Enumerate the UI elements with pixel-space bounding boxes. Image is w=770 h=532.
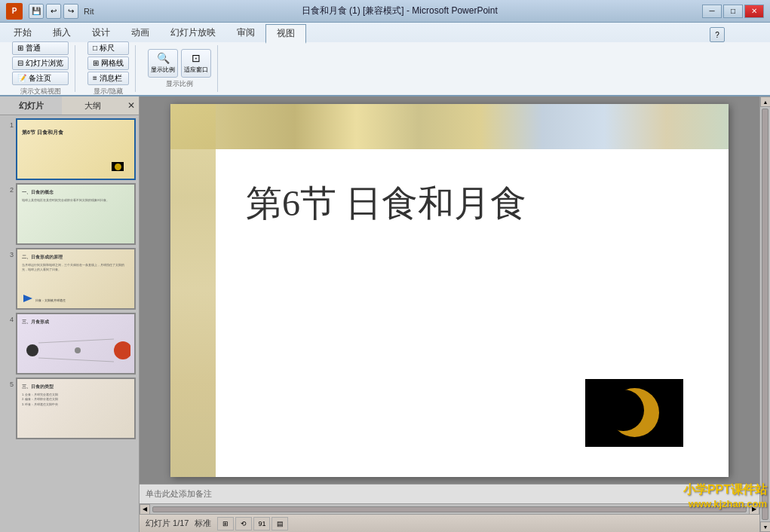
- ribbon-content: ⊞ 普通 ⊟ 幻灯片浏览 📝 备注页 演示文稿视图 □ 标尺: [0, 42, 770, 95]
- title-bar-left: P 💾 ↩ ↪ Rit: [6, 2, 97, 20]
- slide-panel: 幻灯片 大纲 ✕ 1 第6节 日食和月食 2: [0, 96, 140, 532]
- thumb1-moon-shape: [115, 164, 121, 170]
- slide-thumbnail-1[interactable]: 第6节 日食和月食: [16, 118, 136, 180]
- close-button[interactable]: ✕: [744, 5, 764, 18]
- slide-thumb-wrapper-4: 4 三、月食形成: [3, 313, 136, 375]
- slide-canvas: 第6节 日食和月食: [140, 96, 759, 484]
- window-controls: ─ □ ✕: [702, 5, 764, 18]
- minimize-button[interactable]: ─: [702, 5, 722, 18]
- tab-slideshow[interactable]: 幻灯片放映: [160, 23, 226, 42]
- maximize-button[interactable]: □: [723, 5, 743, 18]
- slide-number-2: 2: [3, 183, 14, 194]
- status-icon-2[interactable]: ⟲: [235, 517, 252, 530]
- group-label-show: 显示/隐藏: [94, 87, 123, 96]
- normal-view-button[interactable]: ⊞ 普通: [12, 41, 69, 55]
- fit-window-button[interactable]: ⊡ 适应窗口: [181, 49, 211, 78]
- thumb1-eclipse-icon: [112, 162, 124, 171]
- slide-count-status: 幻灯片 1/17: [146, 518, 189, 529]
- slide-thumb-wrapper-2: 2 一、日食的概念 地球上某些地区在某些时刻完全或部分看不到太阳的现象叫日食。: [3, 183, 136, 245]
- undo-button[interactable]: ↩: [46, 4, 61, 19]
- ruler-button[interactable]: □ 标尺: [87, 41, 129, 55]
- slide-thumbnail-5[interactable]: 三、日食的类型 1. 全食：月球完全遮住太阳 2. 偏食：月球部分遮住太阳 3.…: [16, 378, 136, 439]
- quick-access-toolbar: 💾 ↩ ↪ Rit: [26, 2, 97, 20]
- status-icon-4[interactable]: ▤: [271, 517, 288, 530]
- svg-line-3: [38, 358, 114, 362]
- scroll-left-button[interactable]: ◀: [140, 504, 150, 515]
- tab-view[interactable]: 视图: [265, 24, 306, 44]
- slide-main[interactable]: 第6节 日食和月食: [170, 104, 729, 477]
- group-label-zoom: 显示比例: [166, 79, 193, 89]
- thumb5-title-text: 三、日食的类型: [22, 384, 54, 390]
- window-title: 日食和月食 (1) [兼容模式] - Microsoft PowerPoint: [302, 5, 498, 17]
- scroll-right-button[interactable]: ▶: [749, 504, 759, 515]
- slide-thumb-wrapper-5: 5 三、日食的类型 1. 全食：月球完全遮住太阳 2. 偏食：月球部分遮住太阳 …: [3, 378, 136, 439]
- scroll-up-button[interactable]: ▲: [760, 96, 770, 107]
- ribbon-buttons-row: ⊞ 普通 ⊟ 幻灯片浏览 📝 备注页: [12, 41, 69, 85]
- slide-number-5: 5: [3, 378, 14, 388]
- slide-title[interactable]: 第6节 日食和月食: [246, 179, 526, 228]
- tab-design[interactable]: 设计: [81, 23, 121, 42]
- slide-thumbnail-3[interactable]: 二、日食形成的原理 当月球运行到太阳和地球之间，三个天体恰在一条直线上，月球挡住…: [16, 248, 136, 310]
- slide-border-top: [170, 104, 729, 149]
- notes-page-button[interactable]: 📝 备注页: [12, 72, 69, 85]
- slide-thumb-wrapper-1: 1 第6节 日食和月食: [3, 118, 136, 180]
- panel-close-button[interactable]: ✕: [124, 96, 139, 115]
- tab-home[interactable]: 开始: [3, 23, 42, 42]
- title-bar: P 💾 ↩ ↪ Rit 日食和月食 (1) [兼容模式] - Microsoft…: [0, 0, 770, 23]
- redo-button[interactable]: ↪: [63, 4, 78, 19]
- slide-thumbnail-2[interactable]: 一、日食的概念 地球上某些地区在某些时刻完全或部分看不到太阳的现象叫日食。: [16, 183, 136, 245]
- notes-bar[interactable]: 单击此处添加备注: [140, 484, 759, 503]
- tab-outline[interactable]: 大纲: [62, 96, 124, 115]
- canvas-with-scroll: 第6节 日食和月食 单击此处添加备: [140, 96, 770, 532]
- ribbon-group-zoom: 🔍 显示比例 ⊡ 适应窗口 显示比例: [142, 45, 218, 92]
- eclipse-image-box: [585, 379, 683, 447]
- status-bar: 幻灯片 1/17 标准 ⊞ ⟲ 91 ▤: [140, 514, 759, 532]
- main-area: 幻灯片 大纲 ✕ 1 第6节 日食和月食 2: [0, 96, 770, 532]
- zoom-button[interactable]: 🔍 显示比例: [148, 49, 178, 78]
- normal-icon: ⊞: [17, 44, 23, 52]
- slide-thumb-wrapper-3: 3 二、日食形成的原理 当月球运行到太阳和地球之间，三个天体恰在一条直线上，月球…: [3, 248, 136, 310]
- ribbon-tabs: 开始 插入 设计 动画 幻灯片放映 审阅 视图 ?: [0, 23, 770, 42]
- svg-point-0: [26, 344, 38, 356]
- slides-list[interactable]: 1 第6节 日食和月食 2 一、日食的概念 地球上某些地区在某些时刻完全或部分看…: [0, 115, 139, 532]
- canvas-area: 第6节 日食和月食 单击此处添加备: [140, 96, 770, 532]
- canvas-inner: 第6节 日食和月食 单击此处添加备: [140, 96, 759, 532]
- ribbon-group-slides: ⊞ 普通 ⊟ 幻灯片浏览 📝 备注页 演示文稿视图: [6, 45, 75, 92]
- status-icon-3[interactable]: 91: [253, 517, 270, 530]
- panel-tabs: 幻灯片 大纲 ✕: [0, 96, 139, 115]
- notes-icon: 📝: [17, 74, 26, 82]
- thumb4-diagram-svg: [25, 335, 130, 365]
- slide-number-4: 4: [3, 313, 14, 323]
- vertical-scroll-thumb[interactable]: [762, 109, 768, 520]
- vertical-scrollbar[interactable]: ▲ ▼: [759, 96, 770, 532]
- ribbon-help-button[interactable]: ?: [710, 27, 725, 42]
- slide-number-1: 1: [3, 118, 14, 129]
- gridlines-button[interactable]: ⊞ 网格线: [87, 57, 129, 70]
- message-bar-button[interactable]: ≡ 消息栏: [87, 72, 129, 85]
- status-left: 幻灯片 1/17 标准 ⊞ ⟲ 91 ▤: [146, 517, 288, 530]
- thumb4-title-text: 三、月食形成: [22, 319, 49, 326]
- tab-animation[interactable]: 动画: [121, 23, 160, 42]
- tab-insert[interactable]: 插入: [42, 23, 81, 42]
- fit-icon: ⊡: [192, 52, 201, 64]
- scroll-down-button[interactable]: ▼: [760, 521, 770, 532]
- svg-point-1: [114, 341, 130, 359]
- tab-review[interactable]: 审阅: [226, 23, 265, 42]
- thumb1-title-text: 第6节 日食和月食: [22, 129, 63, 136]
- thumb5-body-text: 1. 全食：月球完全遮住太阳 2. 偏食：月球部分遮住太阳 3. 环食：月球遮住…: [22, 393, 130, 407]
- horizontal-scroll-thumb[interactable]: [152, 506, 747, 512]
- sorter-icon: ⊟: [17, 59, 23, 67]
- status-icon-1[interactable]: ⊞: [217, 517, 234, 530]
- slide-wrapper: 第6节 日食和月食: [170, 104, 729, 477]
- horizontal-scrollbar[interactable]: ◀ ▶: [140, 503, 759, 514]
- notes-placeholder: 单击此处添加备注: [146, 488, 212, 500]
- slide-thumbnail-4[interactable]: 三、月食形成: [16, 313, 136, 375]
- svg-point-4: [75, 347, 81, 353]
- ribbon: 开始 插入 设计 动画 幻灯片放映 审阅 视图 ? ⊞ 普通 ⊟ 幻灯片浏览 📝…: [0, 23, 770, 96]
- save-button[interactable]: 💾: [29, 4, 44, 19]
- slide-sorter-button[interactable]: ⊟ 幻灯片浏览: [12, 57, 69, 70]
- tab-slides[interactable]: 幻灯片: [0, 96, 62, 115]
- thumb2-body-text: 地球上某些地区在某些时刻完全或部分看不到太阳的现象叫日食。: [22, 198, 130, 203]
- thumb3-title-text: 二、日食形成的原理: [22, 254, 63, 261]
- status-icons: ⊞ ⟲ 91 ▤: [217, 517, 288, 530]
